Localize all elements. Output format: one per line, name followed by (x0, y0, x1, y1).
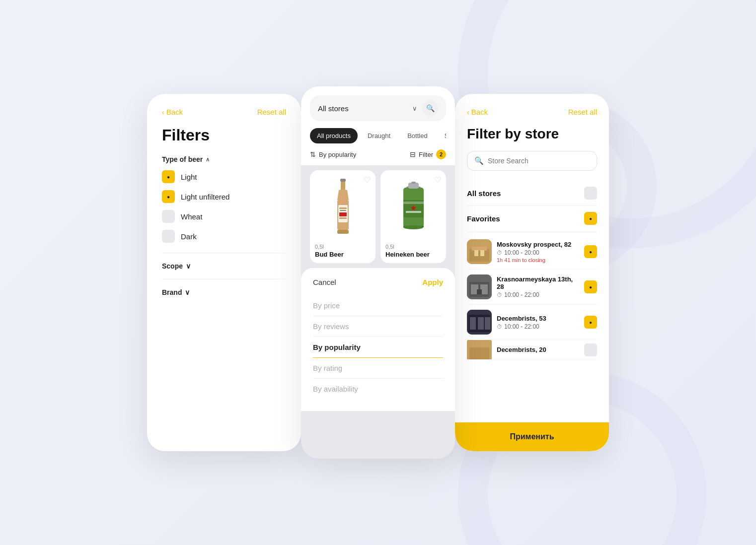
heineken-heart-icon[interactable]: ♡ (434, 175, 441, 185)
store-toggle-0[interactable] (584, 245, 597, 258)
store-reset-button[interactable]: Reset all (568, 108, 597, 116)
filter-checkbox-light-unfiltered[interactable] (162, 190, 175, 203)
svg-rect-11 (411, 182, 416, 184)
filter-checkbox-light[interactable] (162, 170, 175, 183)
sort-option-rating[interactable]: By rating (313, 358, 443, 379)
store-selector[interactable]: All stores ∨ 🔍 (310, 95, 446, 121)
clock-icon-2: ⏱ (497, 324, 502, 330)
type-of-beer-header[interactable]: Type of beer ∧ (162, 155, 286, 163)
heineken-can-svg (397, 180, 430, 235)
sort-cancel-button[interactable]: Cancel (313, 278, 336, 286)
store-hours-row-0: ⏱ 10:00 - 20:00 (497, 249, 579, 256)
svg-rect-3 (339, 207, 347, 209)
type-of-beer-chevron-icon: ∧ (206, 156, 210, 163)
filters-back-button[interactable]: ‹ Back (162, 108, 183, 116)
store-hours-1: 10:00 - 22:00 (504, 291, 539, 298)
store-name-0: Moskovsky prospect, 82 (497, 241, 579, 248)
store-toggle-3[interactable] (584, 343, 597, 356)
filter-option-light-unfiltered[interactable]: Light unfiltered (162, 190, 286, 203)
store-selector-icons: ∨ 🔍 (412, 100, 438, 116)
store-item-2[interactable]: Decembrists, 53 ⏱ 10:00 - 22:00 (467, 305, 597, 340)
scope-section-header[interactable]: Scope ∨ (162, 260, 286, 272)
favorites-toggle[interactable] (584, 212, 597, 225)
store-search-icon: 🔍 (474, 156, 484, 165)
svg-rect-6 (339, 217, 347, 219)
filter-button[interactable]: ⊟ Filter 2 (410, 149, 446, 159)
apply-button[interactable]: Применить (455, 422, 609, 451)
bud-product-image (315, 175, 371, 240)
bud-heart-icon[interactable]: ♡ (364, 175, 371, 185)
svg-rect-31 (478, 317, 484, 330)
filter-store-inner: ‹ Back Reset all Filter by store 🔍 All s… (455, 94, 609, 416)
brand-chevron-icon: ∨ (185, 288, 190, 296)
store-thumb-3 (467, 340, 492, 360)
store-back-button[interactable]: ‹ Back (467, 108, 488, 116)
sort-label: By popularity (319, 151, 356, 158)
filter-checkbox-wheat[interactable] (162, 210, 175, 223)
sort-option-popularity[interactable]: By popularity (313, 337, 443, 358)
sort-modal: Cancel Apply By price By reviews By popu… (301, 268, 455, 411)
all-stores-row[interactable]: All stores (467, 181, 597, 206)
svg-rect-20 (472, 247, 487, 251)
svg-rect-5 (339, 212, 347, 216)
filters-nav: ‹ Back Reset all (162, 108, 286, 116)
product-card-heineken[interactable]: ♡ (380, 170, 446, 263)
bud-name: Bud Beer (315, 251, 371, 258)
store-info-1: Krasnoarmeyskaya 13th, 28 ⏱ 10:00 - 22:0… (497, 275, 579, 298)
tab-draught[interactable]: Draught (361, 128, 397, 143)
store-item-0[interactable]: Moskovsky prospect, 82 ⏱ 10:00 - 20:00 1… (467, 234, 597, 270)
store-search-input[interactable] (488, 157, 590, 165)
store-thumb-1 (467, 274, 492, 299)
store-toggle-2[interactable] (584, 316, 597, 329)
filters-panel: ‹ Back Reset all Filters Type of beer ∧ … (147, 94, 301, 451)
store-back-chevron-icon: ‹ (467, 108, 469, 116)
favorites-label: Favorites (467, 214, 500, 223)
divider-2 (162, 279, 286, 279)
store-item-1[interactable]: Krasnoarmeyskaya 13th, 28 ⏱ 10:00 - 22:0… (467, 270, 597, 305)
store-search-box[interactable]: 🔍 (467, 151, 597, 171)
sort-option-reviews[interactable]: By reviews (313, 316, 443, 337)
svg-rect-34 (469, 347, 489, 360)
clock-icon-1: ⏱ (497, 292, 502, 298)
all-stores-toggle[interactable] (584, 187, 597, 200)
product-card-bud[interactable]: ♡ (310, 170, 376, 263)
svg-rect-4 (340, 210, 346, 211)
products-top-bar: All stores ∨ 🔍 All products Draught Bott… (301, 86, 455, 143)
tab-snacks[interactable]: Snacks (438, 128, 446, 143)
tab-bottled[interactable]: Bottled (400, 128, 434, 143)
filter-option-dark[interactable]: Dark (162, 230, 286, 243)
heineken-volume: 0,5l (385, 244, 441, 250)
filter-option-wheat[interactable]: Wheat (162, 210, 286, 223)
sort-button[interactable]: ⇅ By popularity (310, 150, 356, 158)
filter-label-wheat: Wheat (181, 212, 202, 221)
sort-apply-button[interactable]: Apply (422, 278, 443, 286)
sort-option-price[interactable]: By price (313, 295, 443, 316)
scope-chevron-icon: ∨ (186, 262, 191, 270)
store-toggle-1[interactable] (584, 280, 597, 293)
svg-rect-32 (485, 317, 490, 330)
store-item-3[interactable]: Decembrists, 20 (467, 340, 597, 360)
store-name-2: Decembrists, 53 (497, 315, 579, 322)
store-search-icon-button[interactable]: 🔍 (422, 100, 438, 116)
filter-store-nav: ‹ Back Reset all (467, 108, 597, 116)
tab-all-products[interactable]: All products (310, 128, 358, 143)
type-of-beer-section: Type of beer ∧ Light Light unfiltered Wh… (162, 155, 286, 243)
back-chevron-icon: ‹ (162, 108, 164, 116)
store-back-label: Back (471, 108, 488, 116)
brand-section-header[interactable]: Brand ∨ (162, 286, 286, 298)
filter-option-light[interactable]: Light (162, 170, 286, 183)
filter-icon: ⊟ (410, 150, 416, 158)
filter-label-dark: Dark (181, 232, 197, 241)
all-stores-label: All stores (467, 189, 501, 198)
svg-rect-30 (470, 317, 476, 330)
store-hours-row-1: ⏱ 10:00 - 22:00 (497, 291, 579, 298)
svg-rect-8 (340, 179, 346, 182)
store-closing-0: 1h 41 min to closing (497, 257, 579, 263)
filter-checkbox-dark[interactable] (162, 230, 175, 243)
store-hours-0: 10:00 - 20:00 (504, 249, 539, 256)
clock-icon-0: ⏱ (497, 250, 502, 256)
sort-option-availability[interactable]: By availability (313, 379, 443, 399)
filters-reset-button[interactable]: Reset all (257, 108, 286, 116)
favorites-row[interactable]: Favorites (467, 206, 597, 232)
heineken-product-image (385, 175, 441, 240)
